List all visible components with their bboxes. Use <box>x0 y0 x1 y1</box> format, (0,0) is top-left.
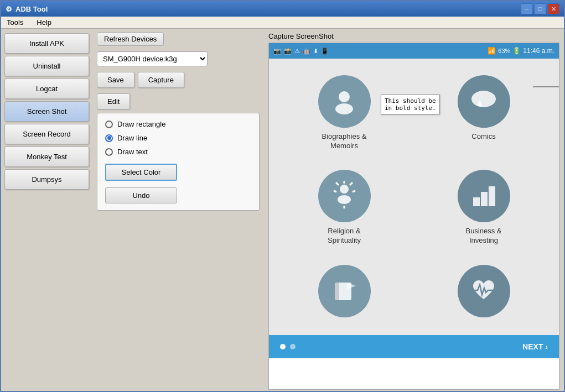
draw-rectangle-option[interactable]: Draw rectangle <box>105 120 251 128</box>
draw-line-radio[interactable] <box>105 134 113 142</box>
app-icon-biographies <box>318 75 371 128</box>
annotation-arrow <box>533 81 559 92</box>
sidebar-item-screen-shot[interactable]: Screen Shot <box>4 101 89 122</box>
nav-dot-2[interactable] <box>290 344 296 349</box>
svg-point-6 <box>340 185 349 194</box>
svg-line-10 <box>336 182 339 185</box>
app-label-business: Business &Investing <box>465 227 501 245</box>
draw-text-radio[interactable] <box>105 148 113 156</box>
edit-button[interactable]: Edit <box>97 93 130 109</box>
app-title: ADB Tool <box>15 5 48 13</box>
app-icon-item6 <box>458 265 510 317</box>
status-bar: 📷 📸 ⚠ 🤖 ⬇ 📱 📶 63% 🔋 11:46 a.m. <box>269 43 559 59</box>
annotation-tooltip: This should be in bold style. <box>381 95 440 114</box>
person-icon <box>330 88 358 116</box>
chart-icon <box>469 181 499 211</box>
svg-point-7 <box>338 195 351 204</box>
capture-label: Capture ScreenShot <box>268 32 559 40</box>
app-cell-item6[interactable] <box>414 254 553 330</box>
svg-line-12 <box>334 191 336 192</box>
main-layout: Install APK Uninstall Logcat Screen Shot… <box>1 29 564 392</box>
undo-button[interactable]: Undo <box>105 187 177 203</box>
status-icon-download: ⬇ <box>313 48 318 55</box>
app-label-comics: Comics <box>471 132 495 142</box>
menu-bar: Tools Help <box>1 17 564 29</box>
status-icon-photo: 📸 <box>284 48 292 55</box>
menu-tools[interactable]: Tools <box>4 17 25 28</box>
draw-line-option[interactable]: Draw line <box>105 134 251 142</box>
battery-icon: 🔋 <box>512 47 521 55</box>
edit-area: Edit Draw rectangle Draw line Draw text <box>97 93 260 211</box>
status-icon-camera: 📷 <box>273 48 281 55</box>
screenshot-area: Capture ScreenShot 📷 📸 ⚠ 🤖 ⬇ 📱 📶 63% <box>264 29 564 392</box>
app-cell-religion[interactable]: Religion &Spirituality <box>274 159 414 253</box>
title-bar: ⚙ ADB Tool ─ □ ✕ <box>1 1 564 17</box>
title-bar-controls: ─ □ ✕ <box>521 3 559 14</box>
capture-button[interactable]: Capture <box>138 72 184 88</box>
refresh-area: Refresh Devices <box>97 32 260 46</box>
book-flag-icon <box>329 276 360 306</box>
comics-annotation: Comics <box>533 80 559 93</box>
app-icon: ⚙ <box>6 5 12 13</box>
title-bar-left: ⚙ ADB Tool <box>6 5 48 13</box>
sidebar-item-screen-record[interactable]: Screen Record <box>4 124 89 144</box>
next-button[interactable]: NEXT › <box>522 342 548 351</box>
svg-point-2 <box>471 91 496 107</box>
draw-text-option[interactable]: Draw text <box>105 148 251 156</box>
device-select-row: SM_G900H device:k3g <box>97 51 260 66</box>
nav-dots <box>280 344 296 349</box>
minimize-button[interactable]: ─ <box>521 3 533 14</box>
status-time: 11:46 a.m. <box>523 47 554 55</box>
draw-text-label: Draw text <box>117 148 148 156</box>
status-icon-warn: ⚠ <box>294 48 300 55</box>
draw-line-label: Draw line <box>117 134 147 142</box>
menu-help[interactable]: Help <box>34 17 54 28</box>
app-icon-comics <box>458 75 510 128</box>
sidebar-item-monkey-test[interactable]: Monkey Test <box>4 147 89 167</box>
app-icon-business <box>458 170 510 222</box>
svg-rect-15 <box>481 192 488 206</box>
speech-bubble-icon <box>469 88 499 116</box>
svg-rect-14 <box>473 197 480 206</box>
app-icon-religion <box>318 170 371 222</box>
svg-rect-16 <box>489 186 495 206</box>
center-panel: Refresh Devices SM_G900H device:k3g Save… <box>92 29 264 392</box>
device-dropdown[interactable]: SM_G900H device:k3g <box>97 51 208 66</box>
sidebar: Install APK Uninstall Logcat Screen Shot… <box>1 29 92 392</box>
app-grid: Biographies &Memoirs Comics <box>269 59 559 335</box>
draw-options-box: Draw rectangle Draw line Draw text Selec… <box>97 113 260 211</box>
svg-point-0 <box>339 91 350 102</box>
app-label-biographies: Biographies &Memoirs <box>322 132 367 151</box>
status-right: 📶 63% 🔋 11:46 a.m. <box>488 47 554 55</box>
svg-rect-18 <box>335 283 339 300</box>
signal-strength: 63% <box>498 48 510 54</box>
sidebar-item-install-apk[interactable]: Install APK <box>4 33 89 54</box>
svg-point-1 <box>335 103 353 114</box>
phone-screen: 📷 📸 ⚠ 🤖 ⬇ 📱 📶 63% 🔋 11:46 a.m. <box>268 43 559 390</box>
svg-line-13 <box>353 191 355 192</box>
app-icon-item5 <box>318 265 371 317</box>
refresh-devices-button[interactable]: Refresh Devices <box>97 32 164 46</box>
sidebar-item-uninstall[interactable]: Uninstall <box>4 56 89 76</box>
sun-person-icon <box>329 181 360 211</box>
bottom-nav: NEXT › <box>269 335 559 358</box>
sidebar-item-dumpsys[interactable]: Dumpsys <box>4 169 89 190</box>
heartbeat-icon <box>469 276 499 306</box>
wifi-icon: 📶 <box>488 47 496 55</box>
svg-line-11 <box>350 182 353 185</box>
sidebar-item-logcat[interactable]: Logcat <box>4 79 89 99</box>
status-icons: 📷 📸 ⚠ 🤖 ⬇ 📱 <box>273 48 329 55</box>
select-color-button[interactable]: Select Color <box>105 164 177 181</box>
app-cell-comics[interactable]: Comics Comics This should be in bold sty… <box>414 64 553 159</box>
draw-rectangle-radio[interactable] <box>105 121 113 128</box>
status-icon-android: 🤖 <box>303 48 310 55</box>
nav-dot-1[interactable] <box>280 344 286 349</box>
status-icon-phone: 📱 <box>321 48 329 55</box>
save-button[interactable]: Save <box>97 72 134 88</box>
draw-rectangle-label: Draw rectangle <box>117 120 165 128</box>
app-cell-business[interactable]: Business &Investing <box>414 159 553 253</box>
restore-button[interactable]: □ <box>534 3 546 14</box>
save-capture-row: Save Capture <box>97 72 260 88</box>
app-cell-item5[interactable] <box>274 254 414 330</box>
close-button[interactable]: ✕ <box>547 3 559 14</box>
